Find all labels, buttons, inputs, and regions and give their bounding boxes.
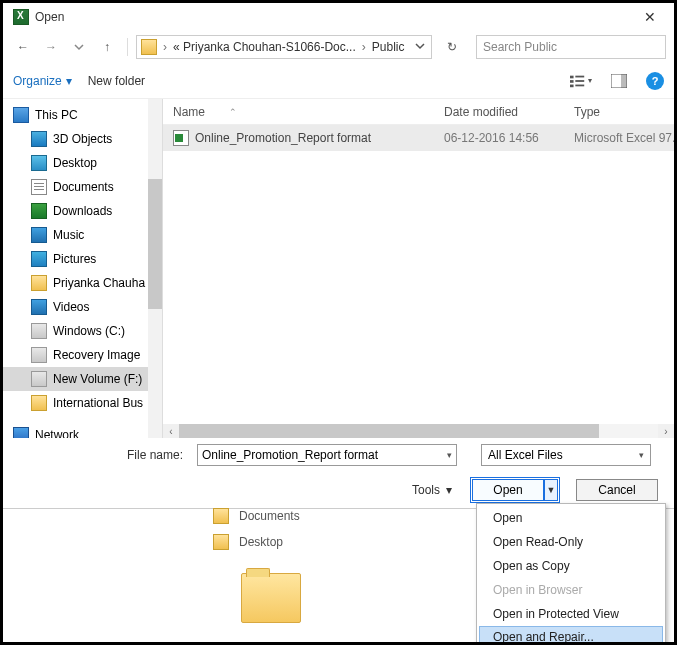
breadcrumb-segment[interactable]: « Priyanka Chouhan-S1066-Doc... bbox=[171, 40, 358, 54]
folder-icon bbox=[213, 534, 229, 550]
file-list: Name ⌃ Date modified Type Online_Promoti… bbox=[163, 99, 674, 438]
column-headers: Name ⌃ Date modified Type bbox=[163, 99, 674, 125]
excel-icon bbox=[13, 9, 29, 25]
svg-rect-7 bbox=[621, 74, 627, 88]
open-split-button[interactable]: ▼ bbox=[544, 479, 558, 501]
chevron-down-icon[interactable]: ▾ bbox=[447, 450, 452, 460]
chevron-down-icon: ▾ bbox=[639, 450, 644, 460]
tree-desktop[interactable]: Desktop bbox=[3, 151, 162, 175]
back-button[interactable]: ← bbox=[11, 35, 35, 59]
tree-pictures[interactable]: Pictures bbox=[3, 247, 162, 271]
filename-input[interactable]: Online_Promotion_Report format ▾ bbox=[197, 444, 457, 466]
recent-locations-button[interactable] bbox=[67, 35, 91, 59]
menu-open-browser: Open in Browser bbox=[479, 578, 663, 602]
nav-tree: This PC 3D Objects Desktop Documents Dow… bbox=[3, 99, 163, 438]
search-input[interactable]: Search Public bbox=[476, 35, 666, 59]
file-type: Microsoft Excel 97... bbox=[564, 131, 674, 145]
open-button[interactable]: Open bbox=[472, 479, 544, 501]
svg-rect-1 bbox=[570, 80, 574, 83]
address-bar[interactable]: › « Priyanka Chouhan-S1066-Doc... › Publ… bbox=[136, 35, 432, 59]
chevron-right-icon[interactable]: › bbox=[358, 40, 370, 54]
filename-row: File name: Online_Promotion_Report forma… bbox=[3, 438, 674, 472]
tree-folder[interactable]: Priyanka Chauha bbox=[3, 271, 162, 295]
horizontal-scrollbar[interactable]: ‹ › bbox=[163, 424, 674, 438]
new-folder-button[interactable]: New folder bbox=[88, 74, 145, 88]
menu-open-copy[interactable]: Open as Copy bbox=[479, 554, 663, 578]
tree-folder[interactable]: International Bus bbox=[3, 391, 162, 415]
col-name[interactable]: Name ⌃ bbox=[163, 105, 434, 119]
tree-network[interactable]: Network bbox=[3, 423, 162, 438]
view-options-button[interactable]: ▾ bbox=[570, 70, 592, 92]
folder-icon bbox=[213, 508, 229, 524]
titlebar: Open ✕ bbox=[3, 3, 674, 31]
scroll-left-icon[interactable]: ‹ bbox=[163, 424, 179, 438]
help-button[interactable]: ? bbox=[646, 72, 664, 90]
tree-this-pc[interactable]: This PC bbox=[3, 103, 162, 127]
tree-documents[interactable]: Documents bbox=[3, 175, 162, 199]
chevron-down-icon: ▾ bbox=[446, 483, 452, 497]
scroll-thumb[interactable] bbox=[179, 424, 599, 438]
folder-icon bbox=[139, 37, 159, 57]
tree-3d-objects[interactable]: 3D Objects bbox=[3, 127, 162, 151]
tools-button[interactable]: Tools▾ bbox=[412, 483, 452, 497]
tree-windows-c[interactable]: Windows (C:) bbox=[3, 319, 162, 343]
file-name: Online_Promotion_Report format bbox=[195, 131, 371, 145]
forward-button[interactable]: → bbox=[39, 35, 63, 59]
cancel-button[interactable]: Cancel bbox=[576, 479, 658, 501]
filetype-select[interactable]: All Excel Files ▾ bbox=[481, 444, 651, 466]
open-dialog: Open ✕ ← → ↑ › « Priyanka Chouhan-S1066-… bbox=[3, 3, 674, 509]
breadcrumb-segment[interactable]: Public bbox=[370, 40, 407, 54]
excel-file-icon bbox=[173, 130, 189, 146]
chevron-down-icon: ▾ bbox=[66, 74, 72, 88]
file-date: 06-12-2016 14:56 bbox=[434, 131, 564, 145]
organize-button[interactable]: Organize ▾ bbox=[13, 74, 72, 88]
tree-music[interactable]: Music bbox=[3, 223, 162, 247]
search-placeholder: Search Public bbox=[483, 40, 557, 54]
toolbar: Organize ▾ New folder ▾ ? bbox=[3, 63, 674, 99]
sort-indicator-icon: ⌃ bbox=[229, 107, 237, 117]
chevron-right-icon[interactable]: › bbox=[159, 40, 171, 54]
up-button[interactable]: ↑ bbox=[95, 35, 119, 59]
filename-label: File name: bbox=[19, 448, 189, 462]
preview-pane-button[interactable] bbox=[608, 70, 630, 92]
svg-rect-4 bbox=[575, 80, 584, 82]
svg-rect-2 bbox=[570, 84, 574, 87]
tree-videos[interactable]: Videos bbox=[3, 295, 162, 319]
scroll-right-icon[interactable]: › bbox=[658, 424, 674, 438]
nav-row: ← → ↑ › « Priyanka Chouhan-S1066-Doc... … bbox=[3, 31, 674, 63]
svg-rect-3 bbox=[575, 75, 584, 77]
window-title: Open bbox=[35, 10, 64, 24]
menu-open-readonly[interactable]: Open Read-Only bbox=[479, 530, 663, 554]
tree-new-volume-f[interactable]: New Volume (F:) bbox=[3, 367, 162, 391]
menu-open-protected[interactable]: Open in Protected View bbox=[479, 602, 663, 626]
large-folder-icon bbox=[241, 573, 301, 623]
col-date[interactable]: Date modified bbox=[434, 105, 564, 119]
file-row[interactable]: Online_Promotion_Report format 06-12-201… bbox=[163, 125, 674, 151]
menu-open[interactable]: Open bbox=[479, 506, 663, 530]
svg-rect-5 bbox=[575, 84, 584, 86]
tree-recovery[interactable]: Recovery Image bbox=[3, 343, 162, 367]
svg-rect-0 bbox=[570, 75, 574, 78]
open-dropdown-menu: Open Open Read-Only Open as Copy Open in… bbox=[476, 503, 666, 645]
col-type[interactable]: Type bbox=[564, 105, 674, 119]
tree-downloads[interactable]: Downloads bbox=[3, 199, 162, 223]
background-window: Documents Desktop bbox=[213, 503, 513, 623]
menu-open-repair[interactable]: Open and Repair... bbox=[479, 626, 663, 645]
close-button[interactable]: ✕ bbox=[630, 3, 670, 31]
refresh-button[interactable]: ↻ bbox=[440, 35, 464, 59]
address-dropdown[interactable] bbox=[411, 40, 429, 54]
tree-scroll-thumb[interactable] bbox=[148, 179, 162, 309]
